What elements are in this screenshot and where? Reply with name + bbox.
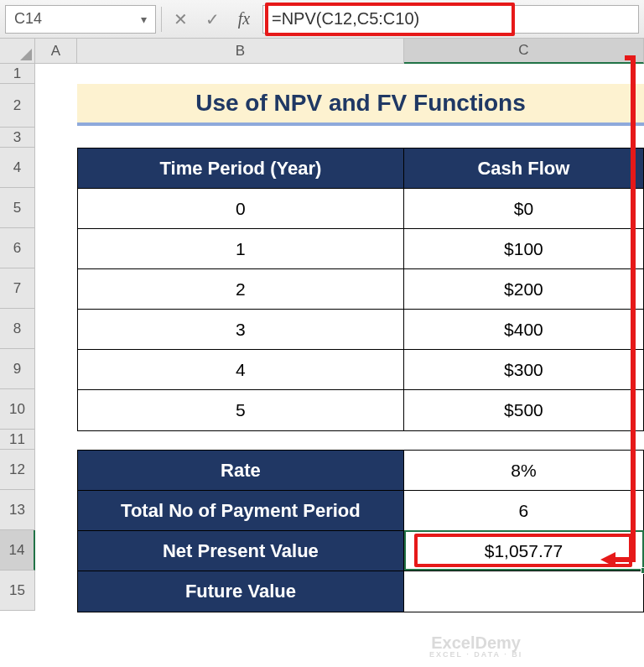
summary-label[interactable]: Net Present Value — [78, 531, 404, 571]
table-header[interactable]: Cash Flow — [404, 149, 643, 188]
fill-handle[interactable] — [641, 567, 644, 574]
formula-input[interactable]: =NPV(C12,C5:C10) — [262, 5, 639, 34]
row-header-15[interactable]: 15 — [0, 571, 35, 611]
name-box[interactable]: C14 ▾ — [5, 5, 156, 34]
table-cell[interactable]: $0 — [404, 189, 643, 228]
watermark: ExcelDemy EXCEL · DATA · BI — [429, 634, 522, 659]
table-cell[interactable]: 1 — [78, 229, 404, 268]
data-table: Time Period (Year)Cash Flow0$01$1002$200… — [77, 148, 644, 431]
summary-value[interactable]: $1,057.77 — [404, 531, 643, 571]
table-cell[interactable]: 2 — [78, 269, 404, 309]
row-header-12[interactable]: 12 — [0, 450, 35, 490]
row-header-14[interactable]: 14 — [0, 530, 35, 571]
enter-icon[interactable]: ✓ — [199, 6, 226, 33]
summary-label[interactable]: Future Value — [78, 571, 404, 612]
fx-icon[interactable]: fx — [231, 6, 257, 33]
column-header-c[interactable]: C — [404, 39, 644, 64]
table-cell[interactable]: 4 — [78, 350, 404, 389]
sheet-title[interactable]: Use of NPV and FV Functions — [77, 84, 644, 126]
row-header-3[interactable]: 3 — [0, 128, 35, 148]
spreadsheet-grid: ABC 123456789101112131415 Use of NPV and… — [0, 39, 644, 667]
summary-value[interactable]: 8% — [404, 451, 643, 490]
table-header[interactable]: Time Period (Year) — [78, 149, 404, 188]
row-header-11[interactable]: 11 — [0, 430, 35, 450]
table-cell[interactable]: $300 — [404, 350, 643, 389]
row-header-4[interactable]: 4 — [0, 148, 35, 188]
table-cell[interactable]: $100 — [404, 229, 643, 268]
column-header-b[interactable]: B — [77, 39, 404, 64]
cell-reference: C14 — [14, 10, 42, 28]
table-cell[interactable]: $500 — [404, 390, 643, 430]
table-cell[interactable]: 0 — [78, 189, 404, 228]
formula-text: =NPV(C12,C5:C10) — [272, 9, 419, 29]
row-header-8[interactable]: 8 — [0, 309, 35, 349]
row-header-10[interactable]: 10 — [0, 389, 35, 430]
divider — [161, 7, 162, 32]
select-all-button[interactable] — [0, 39, 35, 64]
row-header-13[interactable]: 13 — [0, 490, 35, 530]
row-header-6[interactable]: 6 — [0, 228, 35, 268]
column-headers: ABC — [35, 39, 644, 64]
summary-label[interactable]: Total No of Payment Period — [78, 491, 404, 530]
column-header-a[interactable]: A — [35, 39, 77, 64]
row-header-7[interactable]: 7 — [0, 268, 35, 309]
summary-value[interactable] — [404, 571, 643, 612]
row-header-9[interactable]: 9 — [0, 349, 35, 389]
table-cell[interactable]: $400 — [404, 310, 643, 349]
summary-table: Rate8%Total No of Payment Period6Net Pre… — [77, 450, 644, 612]
summary-label[interactable]: Rate — [78, 451, 404, 490]
table-cell[interactable]: 5 — [78, 390, 404, 430]
table-cell[interactable]: $200 — [404, 269, 643, 309]
cancel-icon[interactable]: ✕ — [167, 6, 194, 33]
cells-area: Use of NPV and FV Functions Time Period … — [35, 64, 644, 667]
summary-value[interactable]: 6 — [404, 491, 643, 530]
row-header-2[interactable]: 2 — [0, 84, 35, 128]
row-header-1[interactable]: 1 — [0, 64, 35, 84]
table-cell[interactable]: 3 — [78, 310, 404, 349]
row-header-5[interactable]: 5 — [0, 188, 35, 228]
row-headers: 123456789101112131415 — [0, 64, 35, 611]
chevron-down-icon[interactable]: ▾ — [141, 13, 147, 26]
formula-bar: C14 ▾ ✕ ✓ fx =NPV(C12,C5:C10) — [0, 0, 644, 39]
